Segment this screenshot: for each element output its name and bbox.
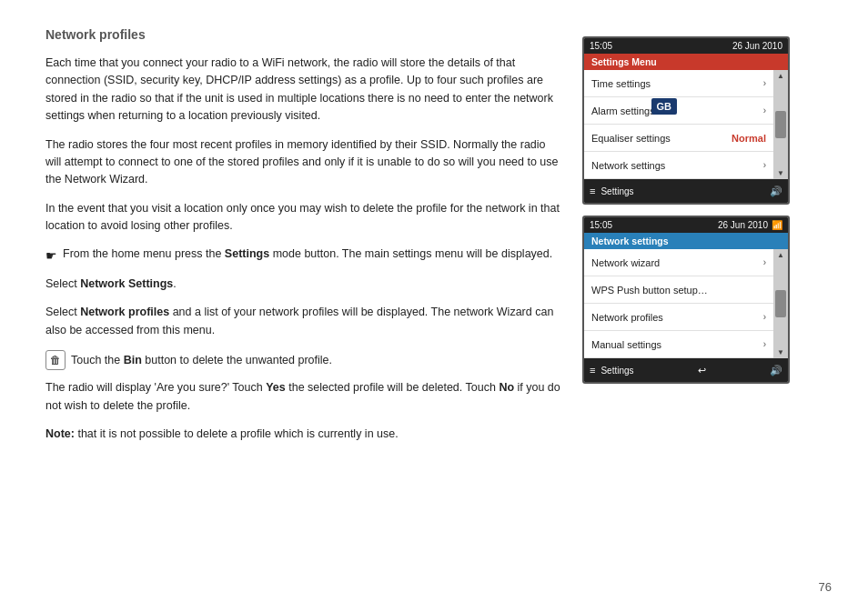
screen2-time: 15:05 — [590, 220, 612, 230]
note-text: Note: that it is not possible to delete … — [45, 426, 564, 443]
screen2-date: 26 Jun 2010 — [718, 220, 768, 230]
menu-item-alarm-settings[interactable]: Alarm settings › — [584, 97, 773, 125]
menu-item-network-profiles[interactable]: Network profiles › — [584, 304, 773, 331]
screen1-footer: ≡ Settings 🔊 — [584, 179, 788, 203]
main-content: Network profiles Each time that you conn… — [45, 27, 582, 585]
menu-item-time-settings[interactable]: Time settings › — [584, 70, 773, 97]
menu-item-equaliser-settings[interactable]: Equaliser settings Normal — [584, 125, 773, 152]
chevron-icon: › — [763, 312, 766, 322]
screen1-scrollbar[interactable]: ▲ ▼ — [773, 70, 788, 179]
scroll-thumb — [775, 111, 786, 138]
gb-badge: GB — [651, 98, 678, 115]
paragraph-3: In the event that you visit a location o… — [45, 200, 564, 236]
screen2-scrollbar[interactable]: ▲ ▼ — [773, 249, 788, 358]
right-panel: GB 15:05 26 Jun 2010 Settings Menu Time … — [582, 27, 810, 585]
screen1-date: 26 Jun 2010 — [732, 41, 782, 51]
scroll-up-arrow[interactable]: ▲ — [777, 251, 784, 259]
confirm-text: The radio will display 'Are you sure?' T… — [45, 379, 564, 415]
screen2-footer: ≡ Settings ↩ 🔊 — [584, 358, 788, 382]
chevron-icon: › — [763, 160, 766, 170]
scroll-thumb — [775, 290, 786, 317]
volume-icon: 🔊 — [770, 186, 782, 197]
scroll-down-arrow[interactable]: ▼ — [777, 348, 784, 356]
menu-item-wps-push[interactable]: WPS Push button setup… — [584, 276, 773, 304]
screen1-header: 15:05 26 Jun 2010 — [584, 38, 788, 54]
page-number: 76 — [819, 580, 832, 594]
volume-icon: 🔊 — [770, 365, 782, 376]
device-screen-2: 15:05 26 Jun 2010 📶 Network settings Net… — [582, 216, 790, 384]
menu-item-network-settings[interactable]: Network settings › — [584, 152, 773, 179]
screen1-menu: Time settings › Alarm settings › — [584, 70, 773, 179]
back-icon: ↩ — [698, 365, 706, 376]
paragraph-1: Each time that you connect your radio to… — [45, 55, 564, 125]
screen1-title: Settings Menu — [584, 54, 788, 70]
select-network-profiles: Select Network profiles and a list of yo… — [45, 304, 564, 339]
screen1-body: Time settings › Alarm settings › — [584, 70, 788, 179]
settings-label: Settings — [601, 366, 633, 376]
chevron-icon: › — [763, 78, 766, 88]
screen2-title: Network settings — [584, 233, 788, 249]
menu-icon: ≡ — [590, 365, 595, 376]
screen2-menu: Network wizard › WPS Push button setup… … — [584, 249, 773, 358]
select-network-settings: Select Network Settings. — [45, 276, 564, 293]
menu-icon: ≡ — [590, 186, 595, 196]
screen1-time: 15:05 — [590, 41, 612, 51]
device-screen-1: 15:05 26 Jun 2010 Settings Menu Time set… — [582, 36, 790, 205]
bin-instruction: 🗑 Touch the Bin button to delete the unw… — [45, 350, 564, 370]
chevron-icon: › — [763, 105, 766, 115]
scroll-up-arrow[interactable]: ▲ — [777, 72, 784, 80]
finger-icon: ☛ — [45, 246, 57, 266]
menu-item-manual-settings[interactable]: Manual settings › — [584, 331, 773, 358]
settings-label: Settings — [601, 186, 633, 196]
wifi-icon: 📶 — [772, 220, 782, 230]
screen2-body: Network wizard › WPS Push button setup… … — [584, 249, 788, 358]
chevron-icon: › — [763, 339, 766, 349]
normal-badge: Normal — [732, 133, 766, 144]
chevron-icon: › — [763, 257, 766, 267]
page-title: Network profiles — [45, 27, 564, 42]
paragraph-2: The radio stores the four most recent pr… — [45, 136, 564, 189]
menu-item-network-wizard[interactable]: Network wizard › — [584, 249, 773, 276]
bin-icon: 🗑 — [45, 350, 66, 370]
scroll-down-arrow[interactable]: ▼ — [777, 169, 784, 177]
instruction-settings: ☛ From the home menu press the Settings … — [45, 246, 564, 266]
screen2-header: 15:05 26 Jun 2010 📶 — [584, 217, 788, 233]
